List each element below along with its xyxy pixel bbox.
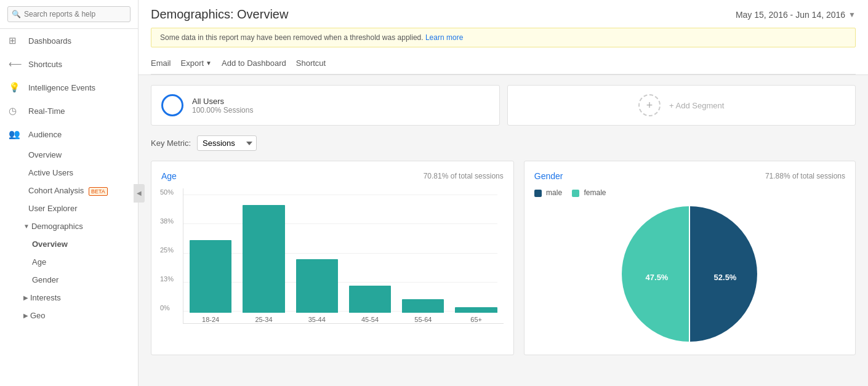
beta-badge: BETA: [89, 187, 108, 196]
export-button[interactable]: Export ▼: [181, 54, 212, 74]
segment-info: All Users 100.00% Sessions: [192, 97, 253, 115]
interests-arrow-icon: ▶: [23, 294, 28, 301]
top-bar: Demographics: Overview May 15, 2016 - Ju…: [139, 0, 868, 75]
sidebar-item-dashboards[interactable]: ⊞ Dashboards: [0, 29, 138, 52]
pie-container: 47.5% 52.5%: [619, 203, 760, 345]
learn-more-link[interactable]: Learn more: [425, 33, 463, 42]
demographics-group-header[interactable]: ▼ Demographics: [0, 217, 138, 235]
pie-area: male female: [534, 188, 845, 345]
sidebar-item-label: Audience: [28, 130, 62, 139]
sidebar-item-label: Shortcuts: [28, 60, 62, 69]
sidebar-item-label: Dashboards: [28, 36, 71, 46]
search-box: 🔍: [0, 0, 138, 29]
demo-age-label: Age: [32, 257, 46, 267]
bar-55-64: [402, 299, 444, 313]
key-metric-select[interactable]: Sessions Users Pageviews: [197, 135, 257, 151]
geo-group-header[interactable]: ▶ Geo: [0, 307, 138, 324]
segment-card-add[interactable]: + + Add Segment: [507, 85, 856, 126]
sidebar-item-demo-gender[interactable]: Gender: [0, 271, 138, 289]
interests-group-header[interactable]: ▶ Interests: [0, 289, 138, 307]
add-segment-info: + Add Segment: [669, 101, 724, 110]
gender-chart-title: Gender: [534, 171, 563, 181]
search-input[interactable]: [7, 6, 131, 22]
y-label-38: 38%: [160, 217, 174, 225]
bar-18-24: [190, 240, 231, 313]
y-label-13: 13%: [160, 275, 174, 283]
overview-label: Overview: [28, 150, 62, 159]
segment-icon: [161, 94, 183, 116]
bar-group-45-54: 45-54: [349, 286, 391, 323]
bar-label-65plus: 65+: [470, 316, 482, 323]
export-arrow-icon: ▼: [206, 60, 212, 66]
gender-chart-subtitle: 71.88% of total sessions: [765, 172, 845, 180]
active-users-label: Active Users: [28, 168, 73, 177]
date-range-chevron-icon: ▼: [848, 10, 856, 19]
segment-sub: 100.00% Sessions: [192, 106, 253, 115]
demo-overview-label: Overview: [32, 239, 68, 249]
legend-male-dot: [534, 190, 542, 197]
bar-25-34: [243, 205, 284, 313]
sidebar-item-overview[interactable]: Overview: [0, 146, 138, 164]
sidebar-item-shortcuts[interactable]: ⟵ Shortcuts: [0, 52, 138, 76]
gender-pie-svg: 47.5% 52.5%: [619, 203, 760, 345]
intelligence-icon: 💡: [9, 82, 22, 93]
shortcut-button[interactable]: Shortcut: [296, 54, 326, 74]
sidebar-item-label: Intelligence Events: [28, 83, 95, 92]
add-segment-icon: +: [638, 94, 661, 116]
pie-legend: male female: [534, 188, 606, 197]
bar-label-55-64: 55-64: [414, 316, 432, 323]
sidebar-collapse-handle[interactable]: ◀: [134, 184, 145, 203]
toolbar: Email Export ▼ Add to Dashboard Shortcut: [151, 54, 856, 74]
charts-row: Age 70.81% of total sessions 50% 38% 25%…: [151, 161, 856, 355]
bar-label-45-54: 45-54: [361, 316, 379, 323]
date-range[interactable]: May 15, 2016 - Jun 14, 2016 ▼: [736, 10, 856, 20]
bar-group-65plus: 65+: [455, 307, 497, 323]
warning-bar: Some data in this report may have been r…: [151, 28, 856, 47]
sidebar-item-demo-overview[interactable]: Overview: [0, 235, 138, 253]
key-metric-label: Key Metric:: [151, 139, 191, 148]
y-label-0: 0%: [160, 304, 174, 312]
bar-label-18-24: 18-24: [202, 316, 219, 323]
sidebar-item-realtime[interactable]: ◷ Real-Time: [0, 99, 138, 123]
demographics-label: Demographics: [31, 222, 83, 231]
bar-group-55-64: 55-64: [402, 299, 444, 323]
age-chart-card: Age 70.81% of total sessions 50% 38% 25%…: [151, 161, 514, 355]
geo-arrow-icon: ▶: [23, 312, 28, 319]
segment-card-all-users[interactable]: All Users 100.00% Sessions: [151, 85, 500, 126]
bar-65plus: [455, 307, 497, 313]
sidebar-item-active-users[interactable]: Active Users: [0, 164, 138, 182]
key-metric-row: Key Metric: Sessions Users Pageviews: [151, 135, 856, 151]
audience-icon: 👥: [9, 129, 22, 140]
add-segment-label: + Add Segment: [669, 101, 724, 110]
legend-female: female: [572, 188, 606, 197]
legend-male: male: [534, 188, 562, 197]
gender-chart-card: Gender 71.88% of total sessions male fem…: [524, 161, 856, 355]
sidebar-item-demo-age[interactable]: Age: [0, 253, 138, 271]
bar-group-25-34: 25-34: [243, 205, 284, 323]
sidebar-item-cohort-analysis[interactable]: Cohort Analysis BETA: [0, 182, 138, 199]
dashboards-icon: ⊞: [9, 35, 22, 46]
age-chart-title: Age: [161, 171, 177, 181]
geo-label: Geo: [30, 311, 46, 320]
bar-label-25-34: 25-34: [255, 316, 272, 323]
search-icon: 🔍: [12, 10, 21, 18]
sidebar-item-intelligence-events[interactable]: 💡 Intelligence Events: [0, 76, 138, 99]
bar-group-35-44: 35-44: [296, 259, 338, 323]
segment-name: All Users: [192, 97, 253, 106]
user-explorer-label: User Explorer: [28, 204, 77, 213]
sidebar: 🔍 ⊞ Dashboards ⟵ Shortcuts 💡 Intelligenc…: [0, 0, 139, 386]
interests-label: Interests: [30, 293, 61, 302]
sidebar-item-label: Real-Time: [28, 107, 65, 116]
segment-row: All Users 100.00% Sessions + + Add Segme…: [151, 85, 856, 126]
cohort-label: Cohort Analysis: [28, 186, 84, 195]
content-area: All Users 100.00% Sessions + + Add Segme…: [139, 75, 868, 386]
email-button[interactable]: Email: [151, 54, 171, 74]
sidebar-item-user-explorer[interactable]: User Explorer: [0, 199, 138, 217]
y-label-25: 25%: [160, 246, 174, 254]
pie-label-female: 52.5%: [714, 273, 737, 282]
demo-gender-label: Gender: [32, 275, 58, 284]
warning-text: Some data in this report may have been r…: [160, 33, 424, 42]
sidebar-item-audience[interactable]: 👥 Audience: [0, 123, 138, 146]
add-to-dashboard-button[interactable]: Add to Dashboard: [222, 54, 286, 74]
age-chart-subtitle: 70.81% of total sessions: [424, 172, 504, 180]
